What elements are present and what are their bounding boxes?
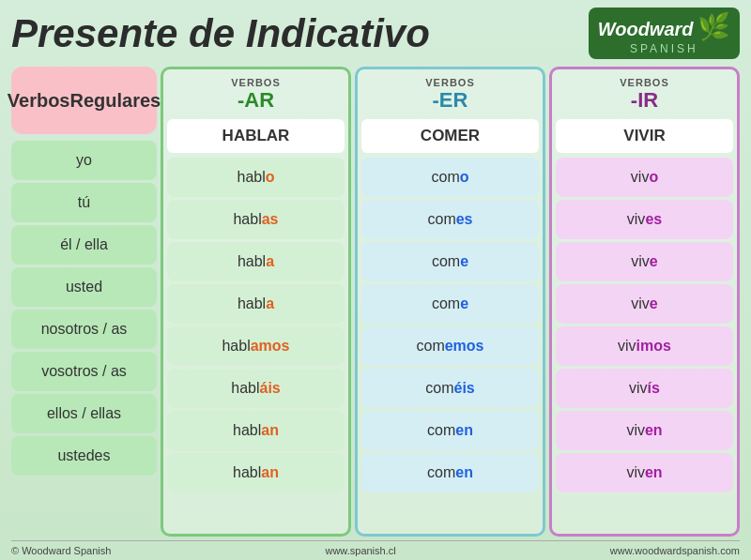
verb-form-cell: vive: [556, 284, 733, 324]
verb-form-cell: vive: [556, 242, 733, 281]
verb-type-header-ar: VERBOS-AR: [167, 73, 345, 114]
verb-form-cell: coméis: [361, 369, 539, 408]
verb-ending: es: [456, 211, 473, 228]
verb-form-cell: come: [361, 284, 539, 324]
verb-stem: viv: [627, 211, 646, 228]
verb-form-cell: viven: [556, 411, 733, 450]
verb-ending: a: [266, 253, 274, 270]
verb-stem: viv: [631, 253, 650, 270]
logo-sub: SPANISH: [630, 42, 698, 55]
subject-cell: ellos / ellas: [11, 394, 157, 433]
verb-stem: viv: [618, 338, 636, 355]
subject-cell: ustedes: [11, 436, 157, 476]
verb-ending: en: [455, 422, 473, 439]
verb-form-cell: hablas: [167, 200, 345, 239]
subject-cell: él / ella: [11, 225, 157, 265]
verb-ending: an: [261, 464, 279, 481]
verb-stem: habl: [222, 338, 250, 355]
subject-column: Verbos Regulares yotúél / ellaustednosot…: [11, 67, 157, 537]
verb-ending: a: [266, 295, 274, 312]
verb-ending: es: [645, 211, 662, 228]
verb-form-cell: comes: [361, 200, 539, 239]
logo: Woodward 🌿 SPANISH: [589, 8, 740, 59]
footer-left: © Woodward Spanish: [11, 545, 111, 556]
verb-ending: éis: [453, 380, 474, 397]
verb-ending: o: [649, 169, 658, 186]
verb-ending: amos: [251, 338, 290, 355]
verb-ending: an: [261, 422, 279, 439]
verb-form-cell: habláis: [167, 369, 345, 408]
logo-text: Woodward 🌿: [598, 11, 730, 42]
verb-stem: com: [427, 464, 455, 481]
verb-stem: com: [425, 380, 453, 397]
verb-stem: viv: [631, 295, 650, 312]
verb-stem: com: [431, 169, 459, 186]
verb-ending: emos: [445, 338, 484, 355]
verb-stem: habl: [233, 464, 261, 481]
subject-cell: yo: [11, 141, 157, 180]
footer-center: www.spanish.cl: [325, 545, 395, 556]
verb-group-ir: VERBOS-IRVIVIRvivovivesvivevivevivimosvi…: [549, 67, 740, 537]
verb-stem: habl: [233, 422, 261, 439]
verb-type-label: VERBOS: [558, 77, 731, 88]
verb-name-ar: HABLAR: [167, 119, 345, 153]
verb-stem: habl: [231, 380, 259, 397]
verb-ending: en: [645, 422, 663, 439]
verb-ending: e: [650, 295, 658, 312]
verb-name-er: COMER: [361, 119, 539, 153]
logo-brand: Woodward: [598, 19, 694, 39]
verb-type-header-ir: VERBOS-IR: [556, 73, 733, 114]
verb-group-er: VERBOS-ERCOMERcomocomescomecomecomemosco…: [355, 67, 545, 537]
verb-ending: ís: [648, 380, 660, 397]
verb-ending: en: [455, 464, 473, 481]
verb-stem: viv: [631, 169, 650, 186]
verb-ending: as: [262, 211, 279, 228]
subject-cell: usted: [11, 267, 157, 307]
subjects-header: Verbos Regulares: [11, 67, 157, 134]
verb-type-ending: -ER: [363, 88, 537, 113]
verb-form-cell: vives: [556, 200, 733, 239]
verb-type-label: VERBOS: [363, 77, 537, 88]
verb-ending: o: [266, 169, 275, 186]
verb-form-cell: hablan: [167, 453, 345, 492]
verb-stem: habl: [233, 211, 261, 228]
footer: © Woodward Spanish www.spanish.cl www.wo…: [11, 540, 740, 556]
verb-stem: com: [427, 211, 455, 228]
verb-ending: e: [650, 253, 658, 270]
verb-form-cell: viven: [556, 453, 733, 492]
verb-form-cell: habla: [167, 242, 345, 281]
verb-type-header-er: VERBOS-ER: [361, 73, 539, 114]
footer-right: www.woodwardspanish.com: [610, 545, 740, 556]
verb-form-cell: vivo: [556, 158, 733, 197]
subject-cell: nosotros / as: [11, 310, 157, 349]
verb-form-cell: comemos: [361, 326, 539, 366]
verb-form-cell: comen: [361, 411, 539, 450]
main-content: Verbos Regulares yotúél / ellaustednosot…: [11, 67, 740, 537]
verb-form-cell: hablo: [167, 158, 345, 197]
verb-group-ar: VERBOS-ARHABLARhablohablashablahablahabl…: [161, 67, 351, 537]
verb-form-cell: vivís: [556, 369, 733, 408]
verb-stem: habl: [237, 169, 265, 186]
verb-stem: com: [416, 338, 444, 355]
verb-type-ending: -AR: [169, 88, 343, 113]
verb-ending: e: [460, 295, 468, 312]
verb-form-cell: hablamos: [167, 326, 345, 366]
verb-form-cell: vivimos: [556, 326, 733, 366]
verb-form-cell: hablan: [167, 411, 345, 450]
verb-stem: com: [432, 253, 460, 270]
verb-form-cell: habla: [167, 284, 345, 324]
verb-stem: viv: [629, 380, 648, 397]
header: Presente de Indicativo Woodward 🌿 SPANIS…: [11, 8, 740, 59]
verb-ending: áis: [260, 380, 281, 397]
verb-stem: viv: [626, 422, 645, 439]
verb-type-ending: -IR: [558, 88, 731, 113]
verb-ending: e: [460, 253, 468, 270]
verb-stem: habl: [238, 253, 266, 270]
subject-cell: vosotros / as: [11, 352, 157, 391]
verb-stem: com: [427, 422, 455, 439]
page-title: Presente de Indicativo: [11, 11, 430, 56]
verb-name-ir: VIVIR: [556, 119, 733, 153]
verb-ending: imos: [636, 338, 671, 355]
verb-type-label: VERBOS: [169, 77, 343, 88]
verb-stem: com: [432, 295, 460, 312]
